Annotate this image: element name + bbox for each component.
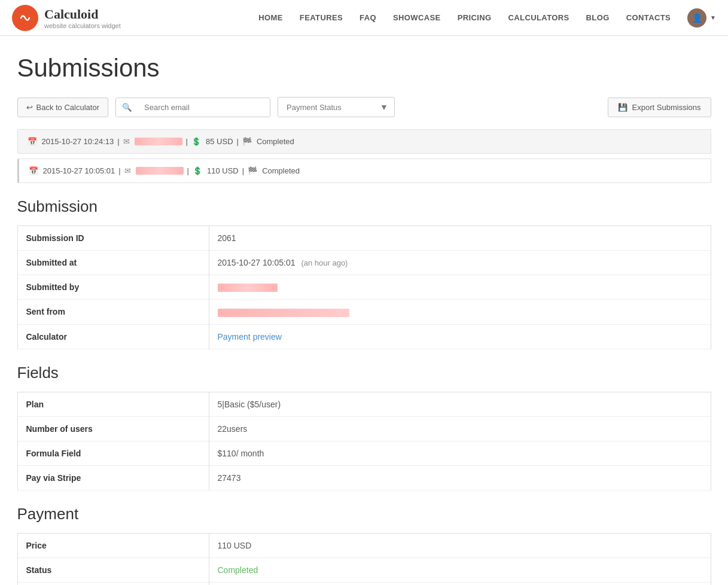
- email-blur-2: [136, 167, 184, 175]
- logo-icon: [12, 5, 38, 31]
- back-to-calculator-button[interactable]: ↩ Back to Calculator: [17, 98, 109, 117]
- pipe-separator: |: [237, 137, 239, 146]
- fields-section-title: Fields: [17, 364, 711, 382]
- submitted-at-label: Submitted at: [17, 251, 209, 275]
- table-row: Number of users 22users: [17, 416, 711, 441]
- pipe-separator: |: [242, 166, 244, 175]
- back-label: Back to Calculator: [36, 103, 100, 112]
- nav-contacts[interactable]: CONTACTS: [626, 13, 671, 22]
- arrow-left-icon: ↩: [26, 103, 33, 112]
- submitted-at-value: 2015-10-27 10:05:01 (an hour ago): [209, 251, 711, 275]
- num-users-label: Number of users: [17, 416, 209, 441]
- formula-field-label: Formula Field: [17, 441, 209, 465]
- table-row: Pay via Stripe 27473: [17, 465, 711, 490]
- search-icon-button[interactable]: 🔍: [116, 98, 138, 117]
- payment-table: Price 110 USD Status Completed Payment G…: [17, 533, 711, 585]
- payment-gate-label: Payment Gate: [17, 582, 209, 585]
- detail-section: Submission Submission ID 2061 Submitted …: [17, 197, 711, 585]
- price-label: Price: [17, 533, 209, 557]
- table-row: Submitted at 2015-10-27 10:05:01 (an hou…: [17, 251, 711, 275]
- brand-name: Calculoid: [44, 7, 121, 22]
- table-row: Submitted by: [17, 275, 711, 300]
- mail-icon: ✉: [123, 137, 130, 146]
- flag-icon: 🏁: [248, 166, 257, 175]
- chevron-down-icon: ▼: [710, 14, 716, 21]
- pipe-separator: |: [186, 137, 188, 146]
- pipe-separator: |: [118, 166, 120, 175]
- nav-user[interactable]: 👤 ▼: [687, 8, 716, 28]
- flag-icon: 🏁: [242, 137, 252, 146]
- nav-links: HOME FEATURES FAQ SHOWCASE PRICING CALCU…: [258, 8, 716, 28]
- sent-from-blur: [218, 309, 349, 317]
- pay-via-stripe-label: Pay via Stripe: [17, 465, 209, 490]
- email-blur-1: [135, 138, 182, 145]
- payment-status-wrapper: Payment Status Completed Pending Failed …: [278, 97, 395, 117]
- search-input[interactable]: [138, 98, 270, 117]
- payment-status-select[interactable]: Payment Status Completed Pending Failed: [278, 98, 374, 117]
- plan-value: 5|Basic ($5/user): [209, 392, 711, 416]
- calendar-icon: 📅: [28, 137, 37, 146]
- table-row: Submission ID 2061: [17, 226, 711, 251]
- submission-section-title: Submission: [17, 197, 711, 216]
- export-icon: 💾: [618, 103, 628, 112]
- submission-row[interactable]: 📅 2015-10-27 10:24:13 | ✉ | 💲 85 USD | 🏁…: [17, 129, 711, 154]
- submission-date-2: 2015-10-27 10:05:01: [43, 166, 115, 175]
- submitted-at-datetime: 2015-10-27 10:05:01: [218, 258, 296, 267]
- nav-features[interactable]: FEATURES: [300, 13, 343, 22]
- table-row: Calculator Payment preview: [17, 324, 711, 349]
- mail-icon: ✉: [124, 166, 131, 175]
- amount-2: 110 USD: [207, 166, 239, 175]
- sent-from-value: [209, 300, 711, 324]
- submission-table: Submission ID 2061 Submitted at 2015-10-…: [17, 226, 711, 349]
- money-icon: 💲: [193, 166, 202, 175]
- submitted-by-value: [209, 275, 711, 300]
- amount-1: 85 USD: [206, 137, 233, 146]
- nav-showcase[interactable]: SHOWCASE: [393, 13, 441, 22]
- calculator-link[interactable]: Payment preview: [218, 332, 282, 342]
- calculator-label: Calculator: [17, 324, 209, 349]
- calculator-value: Payment preview: [209, 324, 711, 349]
- nav-home[interactable]: HOME: [258, 13, 283, 22]
- navbar: Calculoid website calculators widget HOM…: [0, 0, 728, 36]
- table-row: Sent from: [17, 300, 711, 324]
- search-icon: 🔍: [122, 103, 132, 112]
- export-submissions-button[interactable]: 💾 Export Submissions: [608, 98, 711, 117]
- toolbar: ↩ Back to Calculator 🔍 Payment Status Co…: [17, 97, 711, 117]
- money-icon: 💲: [191, 137, 201, 146]
- status-badge: Completed: [218, 565, 258, 575]
- submission-id-value: 2061: [209, 226, 711, 251]
- pipe-separator: |: [117, 137, 119, 146]
- chevron-down-icon: ▼: [374, 98, 394, 117]
- payment-section-title: Payment: [17, 505, 711, 523]
- num-users-value: 22users: [209, 416, 711, 441]
- submission-row[interactable]: 📅 2015-10-27 10:05:01 | ✉ | 💲 110 USD | …: [17, 159, 711, 183]
- brand-tagline: website calculators widget: [44, 22, 121, 29]
- brand: Calculoid website calculators widget: [12, 5, 121, 31]
- nav-blog[interactable]: BLOG: [586, 13, 610, 22]
- price-value: 110 USD: [209, 533, 711, 557]
- nav-pricing[interactable]: PRICING: [458, 13, 492, 22]
- nav-faq[interactable]: FAQ: [360, 13, 376, 22]
- page-title: Submissions: [17, 54, 711, 83]
- export-label: Export Submissions: [632, 103, 701, 112]
- status-value: Completed: [209, 557, 711, 582]
- avatar: 👤: [687, 8, 706, 28]
- pay-via-stripe-value: 27473: [209, 465, 711, 490]
- submission-id-label: Submission ID: [17, 226, 209, 251]
- table-row: Status Completed: [17, 557, 711, 582]
- fields-table: Plan 5|Basic ($5/user) Number of users 2…: [17, 392, 711, 490]
- table-row: Price 110 USD: [17, 533, 711, 557]
- pipe-separator: |: [187, 166, 189, 175]
- table-row: Payment Gate stripe:sandbox: [17, 582, 711, 585]
- nav-calculators[interactable]: CALCULATORS: [508, 13, 569, 22]
- submission-date-1: 2015-10-27 10:24:13: [42, 137, 114, 146]
- submitted-at-relative: (an hour ago): [301, 258, 348, 267]
- plan-label: Plan: [17, 392, 209, 416]
- main-content: Submissions ↩ Back to Calculator 🔍 Payme…: [5, 36, 723, 585]
- calendar-icon: 📅: [29, 166, 38, 175]
- formula-field-value: $110/ month: [209, 441, 711, 465]
- table-row: Plan 5|Basic ($5/user): [17, 392, 711, 416]
- status-label: Status: [17, 557, 209, 582]
- submitted-by-blur: [218, 284, 278, 292]
- payment-gate-value: stripe:sandbox: [209, 582, 711, 585]
